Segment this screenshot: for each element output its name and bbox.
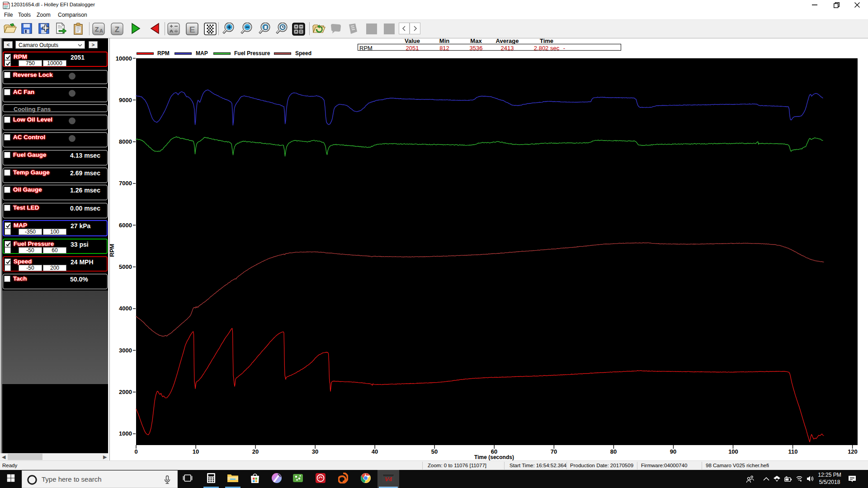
svg-text:V4: V4 [385, 476, 392, 483]
